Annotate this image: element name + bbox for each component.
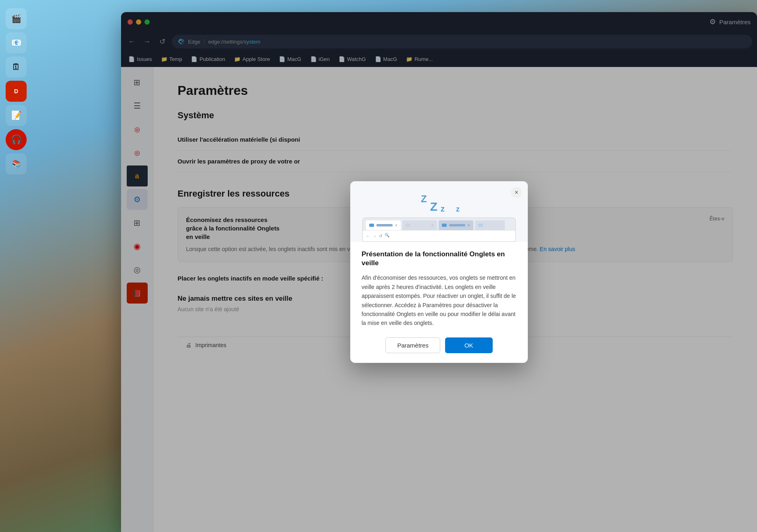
mini-browser: × × ×: [362, 218, 516, 242]
mini-tab-3: ×: [439, 220, 473, 230]
mini-browser-tabs: × × ×: [363, 218, 515, 230]
modal-parametres-button[interactable]: Paramètres: [385, 337, 440, 353]
modal-text: Afin d'économiser des ressources, vos on…: [362, 273, 517, 327]
mini-tab-2: ×: [402, 220, 437, 230]
modal-overlay: × Z Z z z ×: [121, 12, 757, 532]
mini-nav-forward: →: [372, 234, 376, 238]
mini-tab-icon: [442, 224, 447, 227]
mini-tab-close: ×: [468, 223, 470, 228]
modal-body: Présentation de la fonctionnalité Onglet…: [350, 242, 528, 363]
mini-tab-text: [485, 224, 502, 226]
dock-item-3[interactable]: 🗓: [6, 57, 27, 77]
modal-illustration: Z Z z z ×: [350, 181, 528, 242]
zzz-graphic: Z Z z z: [417, 193, 461, 214]
browser-window: ⚙ Paramètres ← → ↺ Edge | edge://setting…: [121, 12, 757, 532]
mini-tab-text: [449, 224, 465, 226]
mini-browser-toolbar: ← → ↺ 🔍: [363, 230, 515, 241]
dock-item-6[interactable]: 🎧: [6, 129, 27, 150]
dock-item-1[interactable]: 🎬: [6, 8, 27, 29]
mini-tab-icon: [406, 224, 410, 227]
mini-nav-refresh: ↺: [379, 234, 382, 238]
mini-tab-icon: [369, 224, 374, 227]
mini-tab-text: [376, 224, 393, 226]
z-letter-2: Z: [430, 200, 439, 214]
dock-item-2[interactable]: 📧: [6, 32, 27, 53]
mini-tab-1: ×: [366, 220, 401, 230]
modal-title: Présentation de la fonctionnalité Onglet…: [362, 250, 517, 268]
z-letter-1: Z: [421, 193, 429, 205]
dock-item-5[interactable]: 📝: [6, 105, 27, 126]
dock-item-4[interactable]: D: [6, 81, 27, 102]
z-letter-3: z: [441, 204, 446, 214]
mini-tab-4: [475, 220, 505, 230]
mini-tab-close: ×: [431, 223, 434, 228]
mini-nav-back: ←: [366, 234, 370, 238]
macos-dock: 🎬 📧 🗓 D 📝 🎧 📚: [0, 0, 32, 532]
modal-buttons: Paramètres OK: [362, 337, 517, 353]
mini-tab-close: ×: [395, 223, 397, 228]
z-letter-4: z: [456, 205, 461, 214]
modal-dialog: × Z Z z z ×: [350, 181, 528, 363]
mini-search-icon: 🔍: [385, 233, 391, 239]
mini-tab-text: [413, 224, 429, 226]
modal-ok-button[interactable]: OK: [445, 337, 493, 353]
dock-item-7[interactable]: 📚: [6, 153, 27, 174]
mini-tab-icon: [478, 224, 483, 227]
